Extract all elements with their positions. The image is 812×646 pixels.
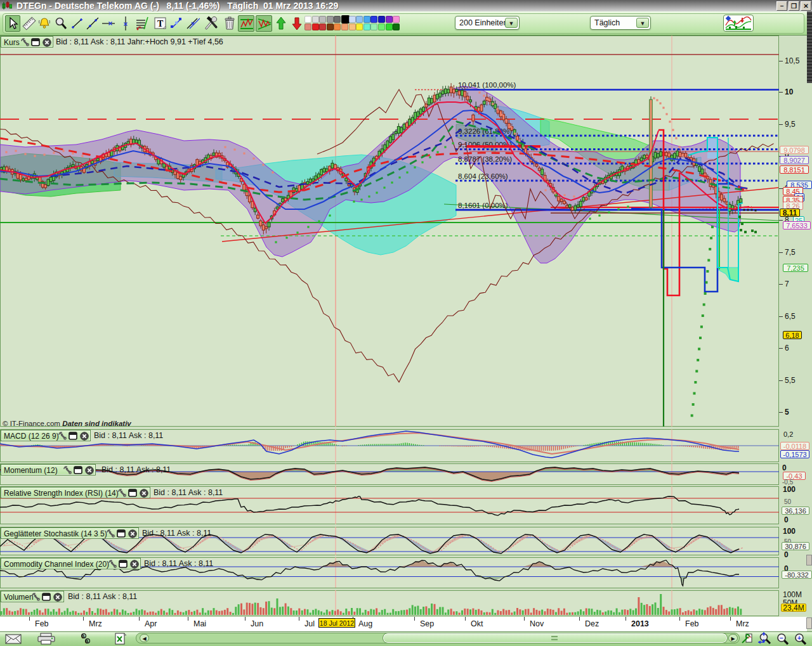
svg-text:10,041 (100,00%): 10,041 (100,00%) [458,81,516,89]
svg-text:+: + [797,635,801,642]
svg-text:8,1601 (0,00%): 8,1601 (0,00%) [458,202,508,209]
svg-text:T: T [157,19,164,29]
svg-text:8,604 (23,60%): 8,604 (23,60%) [458,172,508,180]
svg-text:8,8787 (38,20%): 8,8787 (38,20%) [458,155,512,163]
svg-text:© IT-Finance.com Daten sind i: © IT-Finance.com Daten sind indikativ [3,420,131,427]
svg-text:−: − [780,635,783,642]
